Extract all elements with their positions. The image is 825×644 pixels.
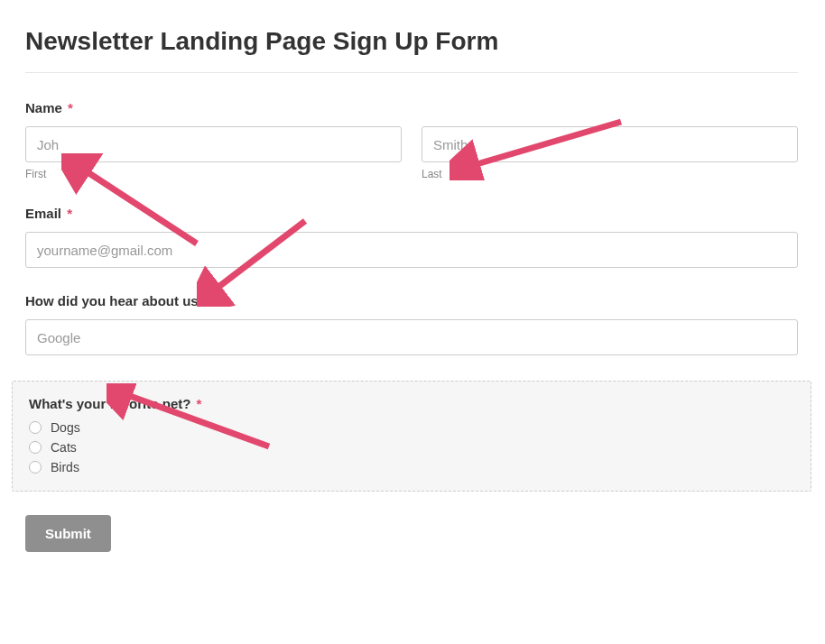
pet-option-label: Cats [51, 440, 77, 455]
pet-label: What's your favorite pet? * [29, 396, 794, 411]
pet-option-label: Dogs [51, 420, 80, 435]
submit-button[interactable]: Submit [25, 515, 111, 552]
pet-panel: What's your favorite pet? * Dogs Cats Bi… [12, 381, 811, 492]
hear-group: How did you hear about us? * [25, 293, 798, 355]
hear-input[interactable] [25, 319, 798, 355]
radio-icon [29, 441, 42, 454]
last-name-sublabel: Last [422, 168, 798, 180]
required-mark: * [68, 100, 73, 115]
form-container: Newsletter Landing Page Sign Up Form Nam… [25, 27, 798, 552]
radio-icon [29, 421, 42, 434]
first-name-input[interactable] [25, 126, 402, 162]
name-group: Name * First Last [25, 100, 798, 180]
first-name-sublabel: First [25, 168, 402, 180]
pet-option-birds[interactable]: Birds [29, 460, 794, 474]
radio-icon [29, 461, 42, 474]
last-name-input[interactable] [422, 126, 798, 162]
email-input[interactable] [25, 232, 798, 268]
name-row: First Last [25, 126, 798, 180]
hear-label-text: How did you hear about us? [25, 293, 207, 308]
email-group: Email * [25, 206, 798, 268]
email-label: Email * [25, 206, 798, 221]
page-title: Newsletter Landing Page Sign Up Form [25, 27, 798, 56]
pet-option-cats[interactable]: Cats [29, 440, 794, 455]
required-mark: * [197, 396, 202, 411]
pet-options: Dogs Cats Birds [29, 420, 794, 474]
last-name-col: Last [422, 126, 798, 180]
hear-label: How did you hear about us? * [25, 293, 798, 308]
name-label-text: Name [25, 100, 62, 115]
first-name-col: First [25, 126, 402, 180]
pet-option-dogs[interactable]: Dogs [29, 420, 794, 435]
divider [25, 72, 798, 73]
pet-option-label: Birds [51, 460, 79, 474]
required-mark: * [67, 206, 72, 221]
name-label: Name * [25, 100, 798, 115]
pet-label-text: What's your favorite pet? [29, 396, 190, 411]
required-mark: * [212, 293, 218, 308]
email-label-text: Email [25, 206, 61, 221]
